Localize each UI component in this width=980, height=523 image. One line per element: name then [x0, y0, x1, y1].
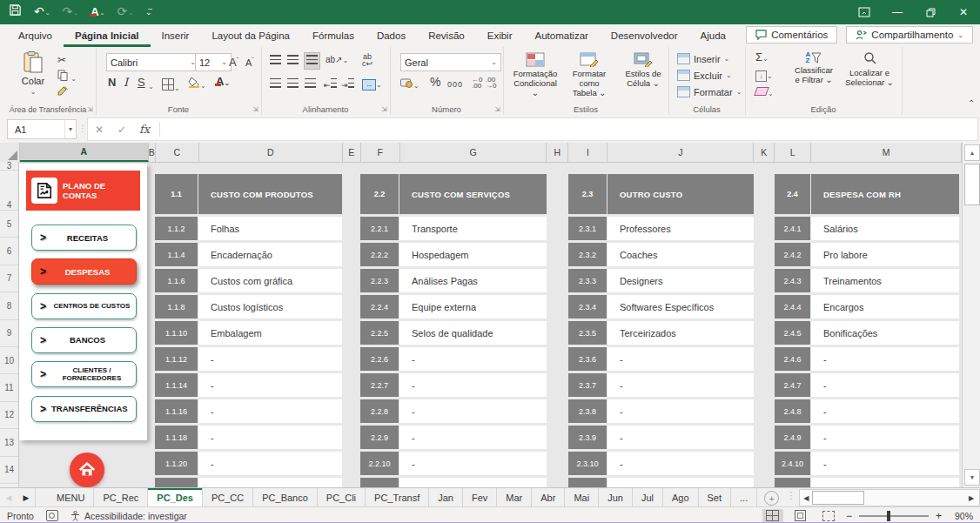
- code-cell[interactable]: 2.3.3: [568, 269, 607, 292]
- save-icon[interactable]: [9, 0, 22, 24]
- sidebar-item-despesas[interactable]: >DESPESAS: [31, 258, 137, 285]
- cancel-entry-icon[interactable]: ✕: [88, 124, 111, 136]
- page-layout-view-icon[interactable]: [790, 509, 811, 522]
- code-cell[interactable]: 2.4.2: [775, 243, 811, 266]
- sheet-nav-right-icon[interactable]: ▶: [17, 488, 36, 507]
- sheet-tab-jul[interactable]: Jul: [633, 488, 663, 507]
- row-header-11[interactable]: 11: [0, 374, 18, 401]
- desc-cell[interactable]: Custos com gráfica: [198, 269, 342, 292]
- clear-icon[interactable]: ⌄: [755, 86, 774, 100]
- row-header-10[interactable]: 10: [0, 347, 18, 374]
- repeat-icon[interactable]: ⟳⌄: [117, 0, 133, 25]
- sheet-tab-pc-cli[interactable]: PC_Cli: [318, 488, 366, 507]
- merge-center-icon[interactable]: ↔⌄: [362, 77, 382, 91]
- column-header-f[interactable]: F: [361, 143, 400, 162]
- desc-cell[interactable]: -: [399, 399, 547, 423]
- code-cell[interactable]: 2.4.1: [775, 217, 811, 240]
- sidebar-title-button[interactable]: PLANO DE CONTAS: [26, 171, 140, 211]
- code-cell[interactable]: 2.4.10: [775, 452, 811, 475]
- code-cell[interactable]: 2.4.8: [775, 399, 811, 423]
- number-dialog-launcher-icon[interactable]: ⇲: [494, 105, 500, 113]
- undo-icon[interactable]: ↶⌄: [34, 0, 50, 25]
- code-cell[interactable]: 2.2.4: [360, 295, 399, 318]
- sheet-tab-jun[interactable]: Jun: [599, 488, 633, 507]
- zoom-out-icon[interactable]: −: [846, 512, 852, 520]
- font-color-icon[interactable]: A⌄: [216, 76, 230, 90]
- format-as-table-button[interactable]: Formatar como Tabela ⌄: [564, 52, 614, 97]
- align-right-icon[interactable]: [305, 78, 316, 91]
- font-name-select[interactable]: Calibri⌄: [106, 53, 200, 71]
- percent-style-icon[interactable]: %: [430, 76, 440, 88]
- sheet-tab-fev[interactable]: Fev: [463, 488, 497, 507]
- wrap-text-icon[interactable]: abc↩: [362, 53, 373, 67]
- section-title-cell[interactable]: CUSTO COM PRODUTOS: [198, 174, 342, 214]
- inserir-button[interactable]: Inserir⌄: [677, 53, 729, 64]
- desc-cell[interactable]: Bonificações: [811, 321, 959, 345]
- desc-cell[interactable]: Selos de qualidade: [399, 321, 547, 345]
- code-cell[interactable]: 1.1.16: [155, 399, 198, 423]
- ribbon-tab-desenvolvedor[interactable]: Desenvolvedor: [600, 24, 689, 47]
- code-cell[interactable]: 1.1.18: [155, 426, 198, 449]
- desc-cell[interactable]: -: [811, 452, 959, 475]
- comments-button[interactable]: Comentários: [746, 26, 837, 44]
- desc-cell[interactable]: Pro labore: [811, 243, 959, 266]
- font-dialog-launcher-icon[interactable]: ⇲: [252, 105, 258, 113]
- code-cell[interactable]: 2.2.9: [360, 426, 399, 449]
- desc-cell[interactable]: Treinamentos: [811, 269, 959, 292]
- desc-cell[interactable]: -: [811, 373, 959, 397]
- code-cell[interactable]: 2.4.3: [775, 269, 811, 292]
- code-cell[interactable]: 1.1.2: [155, 217, 198, 240]
- code-cell[interactable]: 2.3.7: [568, 373, 607, 397]
- desc-cell[interactable]: -: [198, 373, 342, 397]
- alignment-dialog-launcher-icon[interactable]: ⇲: [381, 105, 387, 113]
- column-header-i[interactable]: I: [568, 143, 607, 162]
- code-cell[interactable]: 2.3.5: [568, 321, 607, 345]
- desc-cell[interactable]: Designers: [607, 269, 754, 292]
- column-header-m[interactable]: M: [811, 143, 962, 162]
- sheet-tab-mar[interactable]: Mar: [497, 488, 532, 507]
- code-cell[interactable]: 1.1.14: [155, 373, 198, 397]
- code-cell[interactable]: 2.3.1: [568, 217, 607, 240]
- desc-cell[interactable]: Softwares Específicos: [607, 295, 754, 318]
- code-cell[interactable]: 2.4.9: [775, 426, 811, 449]
- accessibility-status[interactable]: Acessibilidade: investigar: [70, 511, 187, 521]
- row-header-3[interactable]: 3: [0, 162, 18, 171]
- increase-font-icon[interactable]: Aˆ: [229, 54, 238, 69]
- align-left-icon[interactable]: [270, 78, 281, 91]
- desc-cell[interactable]: -: [399, 426, 547, 449]
- desc-cell[interactable]: Terceirizados: [607, 321, 754, 345]
- desc-cell[interactable]: -: [811, 347, 959, 371]
- code-cell[interactable]: 1.1.8: [155, 295, 198, 318]
- scroll-down-icon[interactable]: ▼: [964, 469, 980, 486]
- desc-cell[interactable]: -: [607, 452, 754, 475]
- row-header-8[interactable]: 8: [0, 292, 18, 319]
- increase-indent-icon[interactable]: ⇥: [341, 78, 354, 91]
- code-cell[interactable]: 2.4.7: [775, 373, 811, 397]
- ribbon-tab-dados[interactable]: Dados: [366, 24, 417, 47]
- code-cell[interactable]: 2.4.6: [775, 347, 811, 371]
- zoom-in-icon[interactable]: +: [936, 512, 942, 520]
- underline-caret-icon[interactable]: ⌄: [148, 81, 154, 93]
- home-button[interactable]: [70, 453, 104, 487]
- zoom-slider-thumb[interactable]: [887, 511, 890, 521]
- vertical-scrollbar[interactable]: ▲ ▼: [962, 143, 980, 487]
- section-code-cell[interactable]: 1.1: [155, 174, 198, 214]
- sheet-tab-[interactable]: ...: [731, 488, 757, 507]
- desc-cell[interactable]: -: [399, 373, 547, 397]
- fill-icon[interactable]: ↓⌄: [755, 69, 773, 83]
- desc-cell[interactable]: Salários: [811, 217, 959, 240]
- formatar-button[interactable]: Formatar⌄: [677, 86, 742, 97]
- scroll-up-icon[interactable]: ▲: [964, 144, 980, 161]
- desc-cell[interactable]: -: [607, 373, 754, 397]
- desc-cell[interactable]: -: [198, 452, 342, 475]
- sidebar-item-clientes-fornecedores[interactable]: >CLIENTES / FORNECEDORES: [31, 361, 137, 387]
- desc-cell[interactable]: Análises Pagas: [399, 269, 547, 292]
- align-middle-icon[interactable]: [287, 55, 299, 67]
- code-cell[interactable]: 2.2.1: [360, 217, 399, 240]
- ribbon-tab-arquivo[interactable]: Arquivo: [7, 24, 64, 47]
- code-cell[interactable]: 2.2.10: [360, 452, 399, 475]
- minimize-icon[interactable]: —: [881, 0, 914, 24]
- ribbon-tab-ajuda[interactable]: Ajuda: [689, 24, 737, 47]
- vertical-scroll-thumb[interactable]: [964, 164, 980, 205]
- sidebar-item-centros-de-custos[interactable]: >CENTROS DE CUSTOS: [31, 293, 137, 319]
